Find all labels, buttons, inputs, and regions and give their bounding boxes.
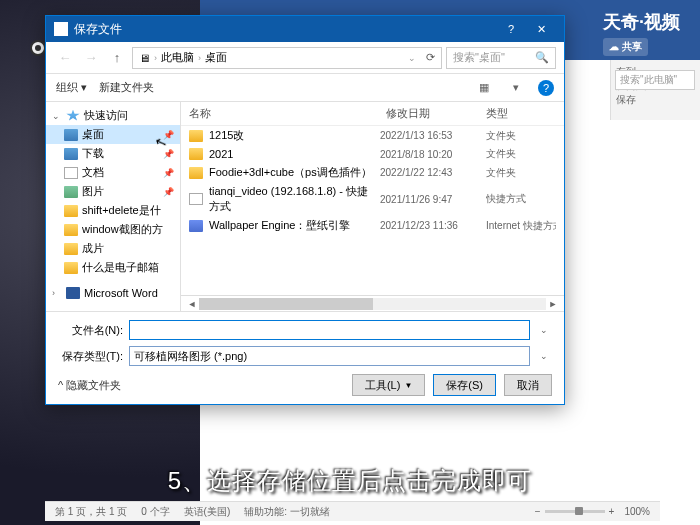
file-date: 2021/8/18 10:20: [380, 149, 480, 160]
sidebar-pictures[interactable]: 图片📌: [46, 182, 180, 201]
file-type: 文件夹: [486, 147, 556, 161]
sidebar-documents[interactable]: 文档📌: [46, 163, 180, 182]
back-button[interactable]: ←: [54, 47, 76, 69]
pc-icon: 🖥: [139, 52, 150, 64]
sidebar-msword[interactable]: ›Microsoft Word: [46, 285, 180, 301]
sidebar-item-shift[interactable]: shift+delete是什: [46, 201, 180, 220]
filetype-select[interactable]: 可移植网络图形 (*.png): [129, 346, 530, 366]
refresh-icon[interactable]: ⟳: [426, 51, 435, 64]
file-type: 快捷方式: [486, 192, 556, 206]
breadcrumb-dropdown[interactable]: ⌄: [408, 53, 416, 63]
file-row[interactable]: 2021 2021/8/18 10:20 文件夹: [181, 145, 564, 163]
sidebar-item-chengpian[interactable]: 成片: [46, 239, 180, 258]
word-save-panel: 存到 度网盘 保存: [610, 60, 700, 120]
file-name: Wallpaper Engine：壁纸引擎: [209, 218, 374, 233]
file-row[interactable]: 1215改 2022/1/13 16:53 文件夹: [181, 126, 564, 145]
tutorial-caption: 5、选择存储位置后点击完成即可: [0, 465, 700, 497]
up-button[interactable]: ↑: [106, 47, 128, 69]
file-date: 2021/12/23 11:36: [380, 220, 480, 231]
record-indicator: [30, 40, 46, 56]
filename-label: 文件名(N):: [58, 323, 123, 338]
view-icons-button[interactable]: ▦: [474, 78, 494, 98]
filename-dropdown[interactable]: ⌄: [536, 325, 552, 335]
tools-button[interactable]: 工具(L)▼: [352, 374, 425, 396]
breadcrumb[interactable]: 🖥 › 此电脑 › 桌面 ⌄ ⟳: [132, 47, 442, 69]
toolbar: 组织 ▾ 新建文件夹 ▦ ▾ ?: [46, 74, 564, 102]
status-accessibility[interactable]: 辅助功能: 一切就绪: [244, 505, 330, 519]
file-row[interactable]: Foodie+3dl+cube（ps调色插件） 2022/1/22 12:43 …: [181, 163, 564, 182]
file-date: 2021/11/26 9:47: [380, 194, 480, 205]
file-name: 2021: [209, 148, 374, 160]
sidebar-quick-access[interactable]: ⌄快速访问: [46, 106, 180, 125]
file-date: 2022/1/22 12:43: [380, 167, 480, 178]
word-search-input[interactable]: 搜索"此电脑": [615, 70, 695, 90]
search-icon: 🔍: [535, 51, 549, 64]
organize-menu[interactable]: 组织 ▾: [56, 80, 87, 95]
file-row[interactable]: tianqi_video (192.168.1.8) - 快捷方式 2021/1…: [181, 182, 564, 216]
file-list: 名称 修改日期 类型 1215改 2022/1/13 16:53 文件夹 202…: [181, 102, 564, 311]
col-date[interactable]: 修改日期: [386, 106, 486, 121]
forward-button[interactable]: →: [80, 47, 102, 69]
file-type: Internet 快捷方式: [486, 219, 556, 233]
file-row[interactable]: Wallpaper Engine：壁纸引擎 2021/12/23 11:36 I…: [181, 216, 564, 235]
file-name: 1215改: [209, 128, 374, 143]
horizontal-scrollbar[interactable]: ◄►: [181, 295, 564, 311]
file-name: Foodie+3dl+cube（ps调色插件）: [209, 165, 374, 180]
status-words[interactable]: 0 个字: [141, 505, 169, 519]
file-type: 文件夹: [486, 129, 556, 143]
filetype-label: 保存类型(T):: [58, 349, 123, 364]
dialog-titlebar: 保存文件 ? ✕: [46, 16, 564, 42]
dialog-icon: [54, 22, 68, 36]
shortcut-icon: [189, 193, 203, 205]
save-button[interactable]: 保存(S): [433, 374, 496, 396]
new-folder-button[interactable]: 新建文件夹: [99, 80, 154, 95]
watermark: 天奇·视频 ☁ 共享: [603, 10, 680, 56]
status-lang[interactable]: 英语(美国): [184, 505, 231, 519]
save-form: 文件名(N): ⌄ 保存类型(T): 可移植网络图形 (*.png) ⌄ ^ 隐…: [46, 311, 564, 404]
col-type[interactable]: 类型: [486, 106, 556, 121]
file-type: 文件夹: [486, 166, 556, 180]
file-name: tianqi_video (192.168.1.8) - 快捷方式: [209, 184, 374, 214]
word-statusbar: 第 1 页，共 1 页 0 个字 英语(美国) 辅助功能: 一切就绪 −+ 10…: [45, 501, 660, 521]
hide-folders-link[interactable]: ^ 隐藏文件夹: [58, 378, 121, 393]
filetype-dropdown[interactable]: ⌄: [536, 351, 552, 361]
help-icon[interactable]: ?: [538, 80, 554, 96]
save-file-dialog: 保存文件 ? ✕ ← → ↑ 🖥 › 此电脑 › 桌面 ⌄ ⟳ 搜索"桌面" 🔍…: [45, 15, 565, 405]
sidebar-item-email[interactable]: 什么是电子邮箱: [46, 258, 180, 277]
status-page[interactable]: 第 1 页，共 1 页: [55, 505, 127, 519]
search-input[interactable]: 搜索"桌面" 🔍: [446, 47, 556, 69]
folder-icon: [189, 148, 203, 160]
dialog-title: 保存文件: [74, 21, 122, 38]
folder-icon: [189, 130, 203, 142]
nav-bar: ← → ↑ 🖥 › 此电脑 › 桌面 ⌄ ⟳ 搜索"桌面" 🔍: [46, 42, 564, 74]
close-button[interactable]: ✕: [526, 19, 556, 39]
sidebar-item-window[interactable]: window截图的方: [46, 220, 180, 239]
col-name[interactable]: 名称: [189, 106, 386, 121]
view-dropdown[interactable]: ▾: [506, 78, 526, 98]
cancel-button[interactable]: 取消: [504, 374, 552, 396]
filename-input[interactable]: [129, 320, 530, 340]
help-button[interactable]: ?: [496, 19, 526, 39]
file-date: 2022/1/13 16:53: [380, 130, 480, 141]
folder-icon: [189, 167, 203, 179]
column-headers[interactable]: 名称 修改日期 类型: [181, 102, 564, 126]
zoom-control[interactable]: −+ 100%: [535, 506, 650, 517]
app-icon: [189, 220, 203, 232]
